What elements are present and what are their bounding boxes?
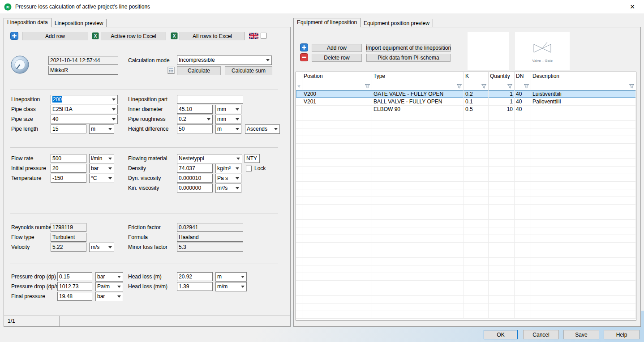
- equipment-row[interactable]: [296, 159, 636, 167]
- cell-type[interactable]: [372, 265, 464, 273]
- row-selector-cell[interactable]: [296, 265, 302, 273]
- cell-k[interactable]: [464, 182, 489, 189]
- equipment-row[interactable]: [296, 227, 636, 235]
- cell-description[interactable]: [531, 128, 636, 136]
- equipment-row[interactable]: [296, 197, 636, 205]
- cell-quantity[interactable]: [489, 182, 515, 189]
- cell-position[interactable]: [302, 304, 372, 311]
- cell-quantity[interactable]: [489, 159, 515, 166]
- row-selector-cell[interactable]: [296, 304, 302, 311]
- cell-dn[interactable]: [515, 227, 531, 235]
- equipment-row[interactable]: [296, 189, 636, 197]
- cell-type[interactable]: [372, 121, 464, 128]
- cell-k[interactable]: [464, 220, 489, 227]
- column-header-k[interactable]: K: [464, 72, 489, 90]
- cell-dn[interactable]: [515, 296, 531, 303]
- help-button[interactable]: Help: [604, 330, 640, 339]
- close-icon[interactable]: ✕: [628, 2, 637, 11]
- equipment-row[interactable]: [296, 273, 636, 281]
- cell-description[interactable]: [531, 159, 636, 166]
- cell-quantity[interactable]: [489, 189, 515, 197]
- column-header-position[interactable]: Position: [302, 72, 372, 90]
- delete-row-icon[interactable]: [300, 53, 308, 63]
- cell-type[interactable]: [372, 311, 464, 318]
- add-row-button[interactable]: Add row: [22, 32, 88, 40]
- cell-description[interactable]: [531, 258, 636, 265]
- cell-type[interactable]: [372, 243, 464, 250]
- cell-k[interactable]: [464, 159, 489, 166]
- equipment-row[interactable]: [296, 128, 636, 136]
- cell-position[interactable]: [302, 128, 372, 136]
- filter-icon[interactable]: [629, 84, 635, 89]
- cell-k[interactable]: 0.1: [464, 98, 489, 105]
- cell-position[interactable]: [302, 243, 372, 250]
- final-pressure-unit-combo[interactable]: bar: [95, 292, 123, 301]
- head-loss-field[interactable]: [177, 272, 213, 281]
- cell-dn[interactable]: [515, 159, 531, 166]
- cell-type[interactable]: BALL VALVE - FULLY OPEN: [372, 98, 464, 105]
- lineposition-part-input[interactable]: [177, 95, 243, 104]
- cell-quantity[interactable]: [489, 121, 515, 128]
- cell-quantity[interactable]: [489, 151, 515, 158]
- equipment-row[interactable]: [296, 182, 636, 189]
- tab-equipment-position-preview[interactable]: Equipment position preview: [360, 19, 433, 27]
- cell-position[interactable]: [302, 159, 372, 166]
- cell-position[interactable]: [302, 288, 372, 295]
- cancel-button[interactable]: Cancel: [523, 330, 559, 339]
- row-selector-cell[interactable]: [296, 189, 302, 197]
- cell-quantity[interactable]: [489, 205, 515, 212]
- row-selector-cell[interactable]: [296, 113, 302, 120]
- equipment-row[interactable]: [296, 304, 636, 311]
- cell-position[interactable]: [302, 281, 372, 288]
- cell-description[interactable]: [531, 288, 636, 295]
- equipment-row[interactable]: [296, 167, 636, 174]
- row-selector-cell[interactable]: [296, 212, 302, 219]
- pipe-length-input[interactable]: [51, 124, 86, 133]
- equipment-row[interactable]: V201BALL VALVE - FULLY OPEN0.1140Pallove…: [296, 98, 636, 106]
- cell-dn[interactable]: [515, 281, 531, 288]
- cell-type[interactable]: [372, 227, 464, 235]
- cell-quantity[interactable]: [489, 273, 515, 280]
- equipment-row[interactable]: V200GATE VALVE - FULLY OPEN0.2140Luistiv…: [296, 90, 636, 98]
- row-selector-cell[interactable]: [296, 182, 302, 189]
- cell-quantity[interactable]: [489, 265, 515, 273]
- cell-quantity[interactable]: 10: [489, 106, 515, 113]
- cell-k[interactable]: [464, 304, 489, 311]
- cell-k[interactable]: [464, 265, 489, 273]
- cell-description[interactable]: [531, 151, 636, 158]
- cell-k[interactable]: [464, 243, 489, 250]
- tab-equipment-of-lineposition[interactable]: Equipment of lineposition: [293, 18, 361, 27]
- pressure-drop-unit-combo[interactable]: bar: [95, 272, 123, 282]
- filter-icon[interactable]: [456, 84, 462, 89]
- cell-description[interactable]: [531, 235, 636, 242]
- cell-k[interactable]: [464, 144, 489, 151]
- cell-k[interactable]: [464, 189, 489, 197]
- cell-position[interactable]: [302, 235, 372, 242]
- row-selector-cell[interactable]: [296, 167, 302, 174]
- cell-position[interactable]: [302, 151, 372, 158]
- equipment-row[interactable]: [296, 151, 636, 159]
- height-direction-combo[interactable]: Ascends: [245, 124, 280, 134]
- cell-k[interactable]: [464, 121, 489, 128]
- cell-position[interactable]: [302, 121, 372, 128]
- cell-quantity[interactable]: 1: [489, 90, 515, 98]
- cell-k[interactable]: [464, 212, 489, 219]
- cell-dn[interactable]: [515, 311, 531, 318]
- cell-dn[interactable]: [515, 304, 531, 311]
- head-loss-per-m-field[interactable]: [177, 282, 213, 291]
- cell-dn[interactable]: [515, 197, 531, 204]
- cell-type[interactable]: [372, 144, 464, 151]
- velocity-unit-combo[interactable]: m/s: [89, 243, 114, 252]
- cell-position[interactable]: [302, 265, 372, 273]
- density-input[interactable]: [177, 164, 213, 173]
- row-selector-cell[interactable]: [296, 144, 302, 151]
- cell-k[interactable]: [464, 281, 489, 288]
- cell-type[interactable]: [372, 167, 464, 174]
- cell-description[interactable]: [531, 281, 636, 288]
- tab-lineposition-preview[interactable]: Lineposition preview: [51, 19, 107, 27]
- cell-k[interactable]: [464, 128, 489, 136]
- pipe-class-combo[interactable]: E25H1A: [51, 105, 118, 114]
- pipe-size-combo[interactable]: 40: [51, 115, 118, 124]
- cell-dn[interactable]: [515, 174, 531, 181]
- cell-description[interactable]: [531, 250, 636, 257]
